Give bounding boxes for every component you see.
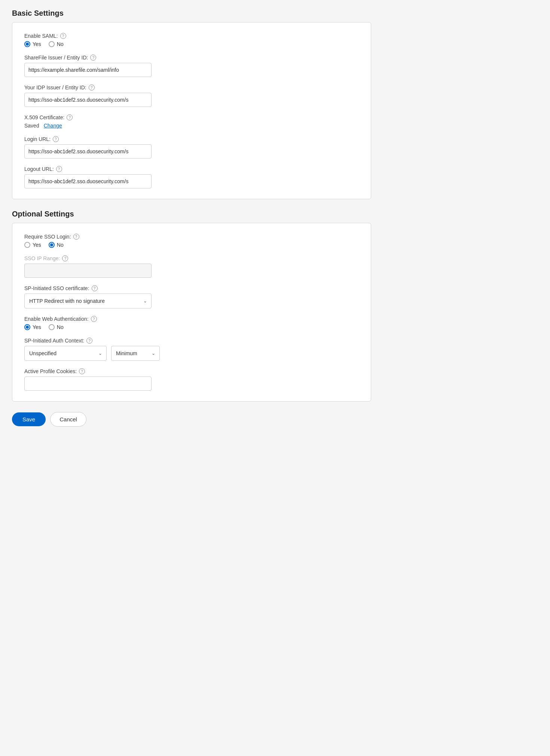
active-profile-cookies-field: Active Profile Cookies: ? [24, 368, 359, 391]
optional-settings-card: Require SSO Login: ? Yes No SSO IP Range… [12, 223, 371, 402]
auth-level-select-wrapper: Minimum Maximum Better Exact ⌄ [111, 346, 160, 361]
login-url-label: Login URL: ? [24, 136, 359, 142]
enable-saml-label: Enable SAML: ? [24, 33, 359, 39]
active-profile-cookies-label: Active Profile Cookies: ? [24, 368, 359, 374]
logout-url-field: Logout URL: ? [24, 166, 359, 188]
sharefile-issuer-input[interactable] [24, 63, 152, 77]
active-profile-cookies-help-icon[interactable]: ? [79, 368, 85, 374]
enable-web-auth-help-icon[interactable]: ? [91, 316, 97, 322]
active-profile-cookies-input[interactable] [24, 377, 152, 391]
enable-web-auth-no-label: No [57, 324, 64, 330]
sp-auth-context-help-icon[interactable]: ? [86, 338, 92, 344]
auth-context-row: Unspecified Password PasswordProtectedTr… [24, 346, 359, 361]
enable-web-auth-radio-group: Yes No [24, 324, 359, 330]
idp-issuer-label: Your IDP Issuer / Entity ID: ? [24, 84, 359, 90]
enable-web-auth-no-radio[interactable] [49, 324, 55, 330]
require-sso-no-label: No [57, 242, 64, 248]
enable-web-auth-label: Enable Web Authentication: ? [24, 316, 359, 322]
sso-ip-range-input[interactable] [24, 264, 152, 278]
logout-url-help-icon[interactable]: ? [56, 166, 62, 172]
enable-web-auth-yes-radio[interactable] [24, 324, 30, 330]
sp-initiated-cert-help-icon[interactable]: ? [92, 285, 98, 291]
enable-web-auth-field: Enable Web Authentication: ? Yes No [24, 316, 359, 330]
sp-initiated-cert-label: SP-Initiated SSO certificate: ? [24, 285, 359, 291]
sso-ip-range-label: SSO IP Range: ? [24, 255, 359, 261]
enable-saml-field: Enable SAML: ? Yes No [24, 33, 359, 47]
enable-saml-no-option[interactable]: No [49, 41, 64, 47]
basic-settings-card: Enable SAML: ? Yes No ShareFile Issuer /… [12, 22, 371, 199]
auth-level-select[interactable]: Minimum Maximum Better Exact [111, 346, 160, 361]
logout-url-label: Logout URL: ? [24, 166, 359, 172]
idp-issuer-field: Your IDP Issuer / Entity ID: ? [24, 84, 359, 107]
idp-issuer-input[interactable] [24, 93, 152, 107]
enable-saml-yes-option[interactable]: Yes [24, 41, 41, 47]
require-sso-no-radio[interactable] [49, 242, 55, 248]
certificate-saved-text: Saved [24, 123, 39, 129]
sharefile-issuer-label: ShareFile Issuer / Entity ID: ? [24, 55, 359, 61]
x509-certificate-field: X.509 Certificate: ? Saved Change [24, 114, 359, 129]
sp-auth-context-field: SP-Initiated Auth Context: ? Unspecified… [24, 338, 359, 361]
require-sso-login-help-icon[interactable]: ? [73, 234, 79, 240]
require-sso-yes-radio[interactable] [24, 242, 30, 248]
sp-initiated-cert-field: SP-Initiated SSO certificate: ? HTTP Red… [24, 285, 359, 308]
enable-saml-radio-group: Yes No [24, 41, 359, 47]
login-url-input[interactable] [24, 144, 152, 159]
require-sso-yes-option[interactable]: Yes [24, 242, 41, 248]
sp-auth-context-label: SP-Initiated Auth Context: ? [24, 338, 359, 344]
sp-initiated-cert-select-wrapper: HTTP Redirect with no signature HTTP POS… [24, 294, 152, 308]
certificate-change-link[interactable]: Change [44, 123, 62, 129]
optional-settings-title: Optional Settings [12, 210, 538, 218]
idp-issuer-help-icon[interactable]: ? [89, 84, 95, 90]
enable-saml-help-icon[interactable]: ? [60, 33, 66, 39]
require-sso-login-radio-group: Yes No [24, 242, 359, 248]
sharefile-issuer-help-icon[interactable]: ? [90, 55, 96, 61]
enable-saml-no-label: No [57, 41, 64, 47]
sp-initiated-cert-select[interactable]: HTTP Redirect with no signature HTTP POS… [24, 294, 152, 308]
login-url-help-icon[interactable]: ? [53, 136, 59, 142]
form-actions: Save Cancel [12, 412, 538, 427]
logout-url-input[interactable] [24, 174, 152, 188]
require-sso-login-field: Require SSO Login: ? Yes No [24, 234, 359, 248]
enable-web-auth-no-option[interactable]: No [49, 324, 64, 330]
login-url-field: Login URL: ? [24, 136, 359, 159]
x509-certificate-label: X.509 Certificate: ? [24, 114, 359, 120]
cancel-button[interactable]: Cancel [50, 412, 86, 427]
require-sso-login-label: Require SSO Login: ? [24, 234, 359, 240]
x509-help-icon[interactable]: ? [67, 114, 73, 120]
require-sso-no-option[interactable]: No [49, 242, 64, 248]
require-sso-yes-label: Yes [33, 242, 41, 248]
sso-ip-range-help-icon[interactable]: ? [62, 255, 68, 261]
sso-ip-range-field: SSO IP Range: ? [24, 255, 359, 278]
save-button[interactable]: Save [12, 412, 46, 426]
auth-context-select-wrapper: Unspecified Password PasswordProtectedTr… [24, 346, 107, 361]
enable-saml-no-radio[interactable] [49, 41, 55, 47]
enable-web-auth-yes-label: Yes [33, 324, 41, 330]
basic-settings-title: Basic Settings [12, 9, 538, 18]
certificate-row: Saved Change [24, 123, 359, 129]
sharefile-issuer-field: ShareFile Issuer / Entity ID: ? [24, 55, 359, 77]
enable-saml-yes-radio[interactable] [24, 41, 30, 47]
auth-context-select[interactable]: Unspecified Password PasswordProtectedTr… [24, 346, 107, 361]
enable-web-auth-yes-option[interactable]: Yes [24, 324, 41, 330]
enable-saml-yes-label: Yes [33, 41, 41, 47]
